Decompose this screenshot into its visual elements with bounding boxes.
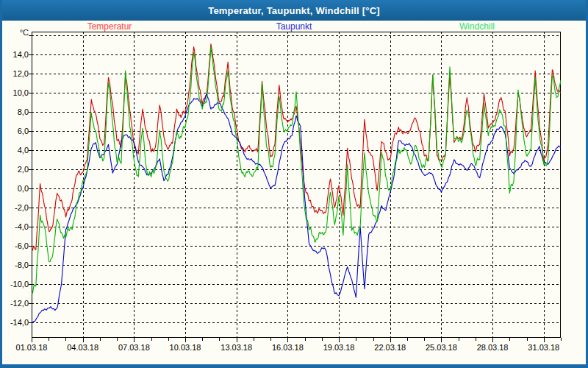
y-tick-label: 10,0 — [13, 88, 29, 97]
legend-windchill: Windchill — [459, 21, 495, 32]
x-tick-label: 28.03.18 — [477, 343, 509, 352]
x-tick-label: 25.03.18 — [426, 343, 457, 352]
y-tick-label: 14,0 — [13, 50, 29, 59]
y-tick-label: -14,0 — [10, 318, 29, 327]
x-tick-label: 22.03.18 — [374, 343, 406, 352]
y-tick-label: 8,0 — [18, 107, 29, 116]
x-tick-label: 10.03.18 — [170, 343, 201, 352]
y-tick-label: 0,0 — [18, 184, 29, 193]
y-tick-label: 2,0 — [18, 165, 29, 174]
x-tick-label: 19.03.18 — [323, 343, 355, 352]
x-tick-label: 31.03.18 — [528, 343, 559, 352]
chart-window: Temperatur, Taupunkt, Windchill [°C] -14… — [0, 0, 588, 368]
x-tick-label: 04.03.18 — [67, 343, 98, 352]
chart-canvas: -14,0-12,0-10,0-8,0-6,0-4,0-2,00,02,04,0… — [2, 0, 588, 368]
y-tick-label: -8,0 — [15, 261, 29, 269]
y-tick-label: -4,0 — [15, 222, 29, 231]
y-tick-label: -2,0 — [15, 203, 29, 212]
y-tick-label: 12,0 — [13, 69, 29, 78]
y-axis-unit-label: °C — [2, 28, 29, 37]
y-tick-label: -12,0 — [10, 299, 29, 308]
x-tick-label: 07.03.18 — [118, 343, 150, 352]
x-tick-label: 16.03.18 — [272, 343, 304, 352]
x-tick-label: 13.03.18 — [220, 343, 252, 352]
y-tick-label: -10,0 — [10, 280, 29, 289]
y-tick-label: 4,0 — [18, 146, 29, 155]
y-tick-label: 6,0 — [18, 127, 29, 135]
x-tick-label: 01.03.18 — [16, 343, 48, 352]
series-temperatur-line — [32, 44, 561, 251]
y-tick-label: -6,0 — [15, 241, 29, 250]
legend-taupunkt: Taupunkt — [276, 21, 312, 32]
plot-frame — [32, 32, 561, 338]
legend-temperatur: Temperatur — [87, 21, 132, 32]
